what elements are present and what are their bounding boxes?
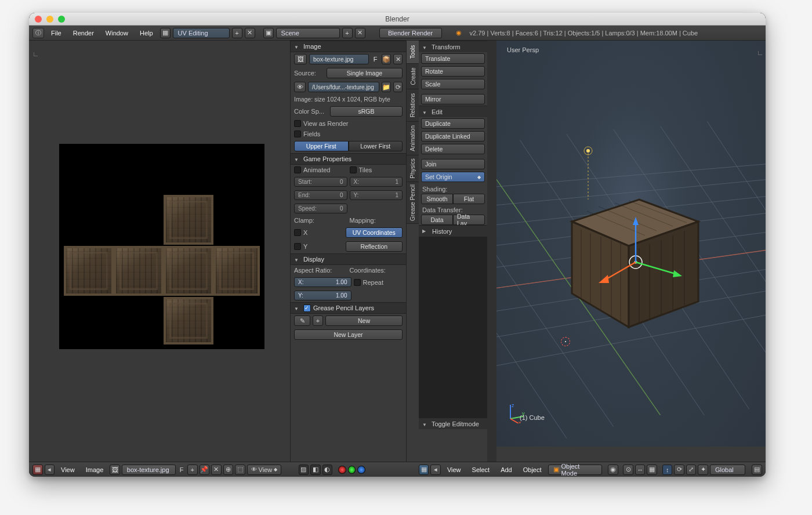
paint-gray-icon[interactable]: ◧ xyxy=(310,465,321,475)
tab-relations[interactable]: Relations xyxy=(407,89,419,122)
panel-display-header[interactable]: Display xyxy=(291,253,406,265)
cube-object[interactable] xyxy=(564,188,709,333)
paint-alpha-icon[interactable]: ◐ xyxy=(322,465,333,475)
overlays-icon[interactable]: ▤ xyxy=(752,465,762,475)
fields-checkbox[interactable] xyxy=(294,130,301,137)
translate-button[interactable]: Translate xyxy=(421,53,485,64)
image-datablock-field[interactable]: box-texture.jpg xyxy=(122,465,176,475)
record-indicator-red-icon[interactable] xyxy=(338,466,346,474)
panel-toggle-editmode-header[interactable]: Toggle Editmode xyxy=(419,418,487,429)
field-lower-button[interactable]: Lower First xyxy=(349,141,403,151)
image-name-field[interactable]: box-texture.jpg xyxy=(309,54,369,64)
join-button[interactable]: Join xyxy=(421,159,485,169)
menu-file[interactable]: File xyxy=(46,30,66,37)
uv-menu-view[interactable]: View xyxy=(56,466,79,473)
source-dropdown[interactable]: Single Image xyxy=(327,68,403,78)
tiles-y-field[interactable]: Y:1 xyxy=(350,190,403,200)
grease-new-button[interactable]: New xyxy=(325,315,403,326)
render-engine-selector[interactable]: Blender Render xyxy=(379,28,442,38)
menu-window[interactable]: Window xyxy=(101,30,133,37)
grease-new-layer-button[interactable]: New Layer xyxy=(294,329,403,340)
tab-tools[interactable]: Tools xyxy=(407,41,419,64)
grease-pencil-icon[interactable]: ✎ xyxy=(294,315,310,326)
smooth-button[interactable]: Smooth xyxy=(421,194,453,204)
uv-menu-image[interactable]: Image xyxy=(81,466,108,473)
3d-menu-object[interactable]: Object xyxy=(519,466,546,473)
panel-image-header[interactable]: Image xyxy=(291,41,406,52)
scene-add-icon[interactable]: + xyxy=(342,28,353,38)
duplicate-linked-button[interactable]: Duplicate Linked xyxy=(421,131,485,142)
3d-viewport[interactable]: User Persp xyxy=(496,41,766,447)
3d-menus-expand-icon[interactable]: ◂ xyxy=(430,465,441,475)
menu-help[interactable]: Help xyxy=(135,30,158,37)
menu-render[interactable]: Render xyxy=(68,30,99,37)
file-reload-icon[interactable]: ⟳ xyxy=(393,82,403,92)
manipulator-icon[interactable]: ↔ xyxy=(635,465,646,475)
end-field[interactable]: End:0 xyxy=(294,190,347,200)
image-browse-icon[interactable]: 🖼 xyxy=(294,54,307,64)
layout-grid-icon[interactable]: ▦ xyxy=(160,28,171,38)
mapping-uv-button[interactable]: UV Coordinates xyxy=(346,227,403,238)
corner-splitter-icon[interactable] xyxy=(34,52,38,56)
layout-selector[interactable]: UV Editing xyxy=(173,28,230,38)
tab-grease-pencil[interactable]: Grease Pencil xyxy=(407,182,419,224)
view-as-render-checkbox[interactable] xyxy=(294,120,301,127)
rotate-button[interactable]: Rotate xyxy=(421,66,485,77)
clamp-x-checkbox[interactable] xyxy=(294,229,301,236)
tab-physics[interactable]: Physics xyxy=(407,155,419,182)
flat-button[interactable]: Flat xyxy=(453,194,485,204)
image-pack-icon[interactable]: 📦 xyxy=(382,54,391,64)
filepath-eye-icon[interactable]: 👁 xyxy=(294,82,306,92)
animated-checkbox[interactable] xyxy=(294,166,301,173)
mode-dropdown[interactable]: ▣Object Mode xyxy=(548,465,603,475)
delete-button[interactable]: Delete xyxy=(421,144,485,154)
editor-type-icon-3d[interactable]: ▦ xyxy=(419,465,429,475)
gizmo-translate-icon[interactable]: ↕ xyxy=(662,465,673,475)
pivot-icon[interactable]: ⊙ xyxy=(623,465,633,475)
pivot-point-icon[interactable]: ⊕ xyxy=(223,465,234,475)
3d-menu-select[interactable]: Select xyxy=(467,466,495,473)
scale-button[interactable]: Scale xyxy=(421,79,485,89)
scene-selector[interactable]: Scene xyxy=(276,28,340,38)
view-mode-dropdown[interactable]: 👁View◆ xyxy=(247,465,282,475)
paint-mask-icon[interactable]: ▨ xyxy=(299,465,309,475)
file-browse-icon[interactable]: 📁 xyxy=(382,82,391,92)
uv-image-viewport[interactable] xyxy=(29,41,290,462)
grease-add-icon[interactable]: + xyxy=(313,315,323,326)
layout-add-icon[interactable]: + xyxy=(232,28,242,38)
data-layout-button[interactable]: Data Lay xyxy=(453,215,485,225)
info-icon[interactable]: ⓘ xyxy=(32,28,44,38)
record-indicator-green-icon[interactable] xyxy=(348,466,356,474)
panel-edit-header[interactable]: Edit xyxy=(419,106,487,117)
viewport-shading-icon[interactable]: ◉ xyxy=(608,465,618,475)
image-pin-icon[interactable]: 📌 xyxy=(200,465,210,475)
tiles-checkbox[interactable] xyxy=(350,166,357,173)
image-close-icon[interactable]: ✕ xyxy=(211,465,222,475)
fake-user-toggle[interactable]: F xyxy=(371,54,379,64)
mapping-reflection-button[interactable]: Reflection xyxy=(346,241,403,252)
fake-user-button[interactable]: F xyxy=(177,465,186,475)
3d-menu-view[interactable]: View xyxy=(443,466,466,473)
tab-create[interactable]: Create xyxy=(407,64,419,89)
orientation-dropdown[interactable]: Global xyxy=(710,465,745,475)
duplicate-button[interactable]: Duplicate xyxy=(421,118,485,129)
panel-grease-header[interactable]: ✓Grease Pencil Layers xyxy=(291,302,406,314)
layout-remove-icon[interactable]: ✕ xyxy=(245,28,255,38)
tab-animation[interactable]: Animation xyxy=(407,122,419,155)
panel-transform-header[interactable]: Transform xyxy=(419,41,487,52)
filepath-field[interactable]: /Users/fdur...-texture.jpg xyxy=(308,82,379,92)
image-datablock-icon[interactable]: 🖼 xyxy=(110,465,120,475)
layers-icon[interactable]: ▦ xyxy=(647,465,657,475)
clamp-y-checkbox[interactable] xyxy=(294,243,301,250)
set-origin-dropdown[interactable]: Set Origin◆ xyxy=(421,172,485,182)
aspect-x-field[interactable]: X:1.00 xyxy=(294,277,351,287)
field-upper-button[interactable]: Upper First xyxy=(294,141,349,151)
tiles-x-field[interactable]: X:1 xyxy=(350,177,403,187)
3d-menu-add[interactable]: Add xyxy=(496,466,517,473)
editor-type-icon-uv[interactable]: ▦ xyxy=(32,465,43,475)
colorspace-dropdown[interactable]: sRGB xyxy=(330,106,403,117)
speed-field[interactable]: Speed:0 xyxy=(294,204,347,213)
gizmo-combo-icon[interactable]: ✦ xyxy=(698,465,708,475)
panel-history-header[interactable]: ▶ History xyxy=(419,225,487,237)
gizmo-scale-icon[interactable]: ⤢ xyxy=(686,465,697,475)
